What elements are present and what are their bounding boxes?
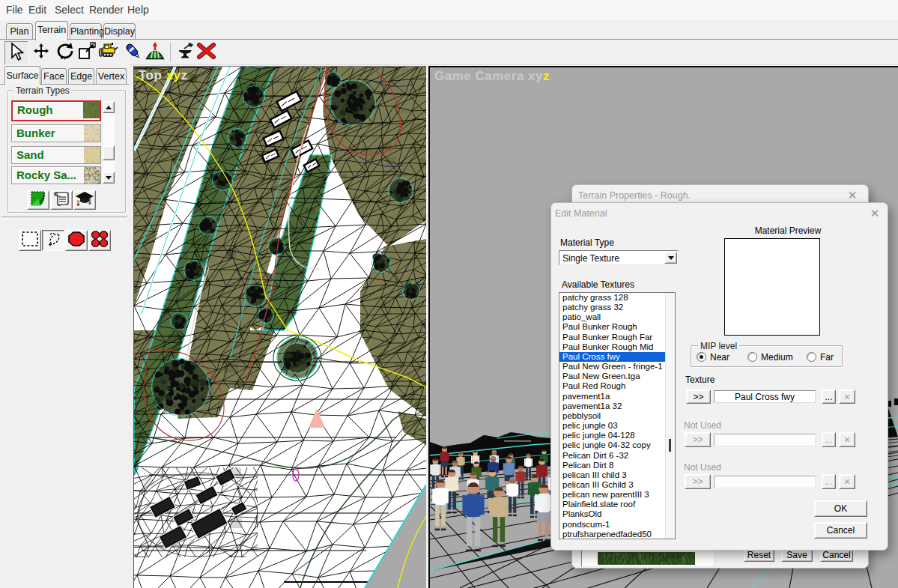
texture-item[interactable]: pelic jungle 04-32 copy bbox=[559, 440, 675, 450]
terrain-type-rough[interactable]: Rough bbox=[11, 100, 101, 121]
terrain-properties-title: Terrain Properties - Rough. bbox=[578, 190, 691, 201]
texture-item[interactable]: ptrufsharpenedfaded50 bbox=[559, 530, 675, 539]
texture-item[interactable]: Paul Bunker Rough Mid bbox=[559, 342, 675, 352]
terrain-list-button[interactable] bbox=[50, 190, 73, 210]
menu-file[interactable]: File bbox=[6, 4, 23, 16]
ok-label: OK bbox=[834, 503, 847, 514]
texture-item[interactable]: pavement1a 32 bbox=[559, 401, 675, 411]
tab-planting[interactable]: Planting bbox=[70, 23, 102, 40]
tool-delete[interactable] bbox=[195, 41, 218, 64]
mip-far-radio[interactable] bbox=[807, 352, 816, 362]
top-label-axis-z: z bbox=[181, 68, 188, 82]
texture-clear-button[interactable]: × bbox=[839, 390, 855, 404]
octagon-icon bbox=[67, 231, 86, 250]
combobox-dropdown-button[interactable] bbox=[664, 252, 677, 264]
tab-face[interactable]: Face bbox=[41, 68, 67, 84]
texture-item[interactable]: Paul Bunker Rough bbox=[559, 322, 675, 332]
texture-item[interactable]: pavement1a bbox=[559, 392, 675, 401]
slot2-assign-button[interactable]: >> bbox=[685, 432, 711, 447]
texture-item[interactable]: PlanksOld bbox=[559, 509, 675, 519]
tool-select-arrow[interactable] bbox=[4, 41, 28, 65]
paint-single-button[interactable] bbox=[65, 230, 88, 251]
texture-browse-button[interactable]: ... bbox=[822, 390, 836, 404]
terrain-scroll-thumb[interactable] bbox=[103, 145, 115, 160]
edit-material-close-icon[interactable]: ✕ bbox=[868, 207, 882, 220]
tool-rotate[interactable] bbox=[53, 41, 76, 64]
texture-item[interactable]: Paul New Green.tga bbox=[559, 372, 675, 381]
tab-plan[interactable]: Plan bbox=[6, 23, 33, 40]
tab-edge[interactable]: Edge bbox=[68, 68, 94, 84]
slot2-clear-button[interactable]: × bbox=[839, 432, 855, 447]
texture-item[interactable]: pelic jungle 04-128 bbox=[559, 431, 675, 440]
texture-item[interactable]: patio_wall bbox=[559, 312, 675, 322]
tool-bulldozer[interactable] bbox=[97, 41, 120, 64]
texture-item[interactable]: Paul Bunker Rough Far bbox=[559, 333, 675, 342]
terrain-properties-close-icon[interactable]: ✕ bbox=[846, 189, 859, 202]
texture-item[interactable]: Paul Red Rough bbox=[559, 381, 675, 391]
menu-edit[interactable]: Edit bbox=[28, 4, 46, 16]
tool-raise-mound[interactable] bbox=[144, 41, 166, 64]
paint-multi-button[interactable] bbox=[88, 230, 111, 251]
terrain-type-bunker-swatch bbox=[84, 125, 100, 142]
terrain-list-icon bbox=[52, 190, 71, 210]
listbox-scrollbar[interactable] bbox=[665, 293, 675, 539]
spray-icon bbox=[123, 41, 143, 64]
menu-render[interactable]: Render bbox=[89, 4, 124, 16]
tool-move[interactable] bbox=[30, 41, 52, 64]
texture-item[interactable]: pelican III child 3 bbox=[559, 470, 675, 480]
slot3-clear-button[interactable]: × bbox=[839, 474, 855, 489]
new-terrain-button[interactable] bbox=[27, 190, 49, 210]
listbox-scroll-thumb[interactable] bbox=[669, 439, 671, 452]
terrain-learn-button[interactable] bbox=[73, 190, 96, 210]
tab-display[interactable]: Display bbox=[103, 23, 136, 40]
tab-terrain[interactable]: Terrain bbox=[35, 21, 68, 40]
available-textures-listbox[interactable]: patchy grass 128patchy grass 32patio_wal… bbox=[559, 292, 676, 539]
texture-item[interactable]: patchy grass 128 bbox=[559, 293, 675, 303]
left-panel: Surface Face Edge Vertex Terrain Types R… bbox=[0, 64, 129, 588]
texture-item[interactable]: Pelican Dirt 8 bbox=[559, 461, 675, 470]
lasso-select-button[interactable] bbox=[42, 230, 64, 251]
terrain-type-sand[interactable]: Sand bbox=[11, 146, 101, 164]
menu-help[interactable]: Help bbox=[127, 4, 149, 16]
terrain-type-rocky-sand[interactable]: Rocky Sa... bbox=[11, 166, 101, 184]
menu-select[interactable]: Select bbox=[55, 4, 84, 16]
texture-item[interactable]: Paul New Green - fringe-1 bbox=[559, 362, 675, 372]
not-used-label-2: Not Used bbox=[684, 462, 721, 473]
texture-item[interactable]: pelic jungle 03 bbox=[559, 421, 675, 431]
edit-material-dialog[interactable]: Edit Material ✕ Material Type Single Tex… bbox=[550, 202, 888, 551]
terrain-mesh-canvas bbox=[134, 67, 426, 588]
texture-item[interactable]: pondscum-1 bbox=[559, 520, 675, 530]
texture-assign-button[interactable]: >> bbox=[686, 390, 711, 404]
available-textures-label: Available Textures bbox=[562, 279, 634, 290]
texture-item[interactable]: Pelican Dirt 6 -32 bbox=[559, 451, 675, 461]
tab-surface[interactable]: Surface bbox=[4, 66, 40, 85]
texture-item[interactable]: patchy grass 32 bbox=[559, 303, 675, 312]
terrain-scroll-down[interactable] bbox=[103, 172, 115, 184]
texture-item[interactable]: Paul Cross fwy bbox=[559, 352, 675, 362]
slot3-browse-button[interactable]: ... bbox=[822, 474, 836, 489]
ok-button[interactable]: OK bbox=[814, 500, 867, 517]
panel-separator bbox=[1, 216, 127, 219]
tool-anvil[interactable] bbox=[174, 41, 196, 64]
texture-field[interactable]: Paul Cross fwy bbox=[714, 390, 816, 403]
marquee-select-button[interactable] bbox=[19, 230, 41, 251]
terrain-type-bunker[interactable]: Bunker bbox=[11, 124, 101, 142]
slot2-browse-button[interactable]: ... bbox=[822, 432, 836, 447]
rotate-icon bbox=[55, 41, 74, 64]
tool-spray[interactable] bbox=[121, 41, 144, 64]
mip-medium-radio[interactable] bbox=[747, 352, 757, 362]
texture-item[interactable]: pebblysoil bbox=[559, 411, 675, 421]
tool-scale[interactable] bbox=[76, 41, 98, 64]
material-type-combobox[interactable]: Single Texture bbox=[559, 250, 679, 265]
texture-assign-label: >> bbox=[693, 392, 703, 402]
terrain-scroll-up[interactable] bbox=[103, 101, 115, 113]
top-viewport[interactable]: Top xyz bbox=[133, 66, 426, 588]
cancel-button[interactable]: Cancel bbox=[814, 522, 867, 539]
texture-item[interactable]: Plainfield.slate roof bbox=[559, 500, 675, 509]
slot3-assign-button[interactable]: >> bbox=[685, 474, 711, 489]
texture-item[interactable]: pelican new parentIII 3 bbox=[559, 490, 675, 500]
mip-near-radio[interactable] bbox=[697, 352, 706, 362]
texture-item[interactable]: pelican III Gchild 3 bbox=[559, 480, 675, 490]
terrain-scroll-track[interactable] bbox=[103, 113, 115, 172]
tab-vertex[interactable]: Vertex bbox=[96, 68, 127, 84]
